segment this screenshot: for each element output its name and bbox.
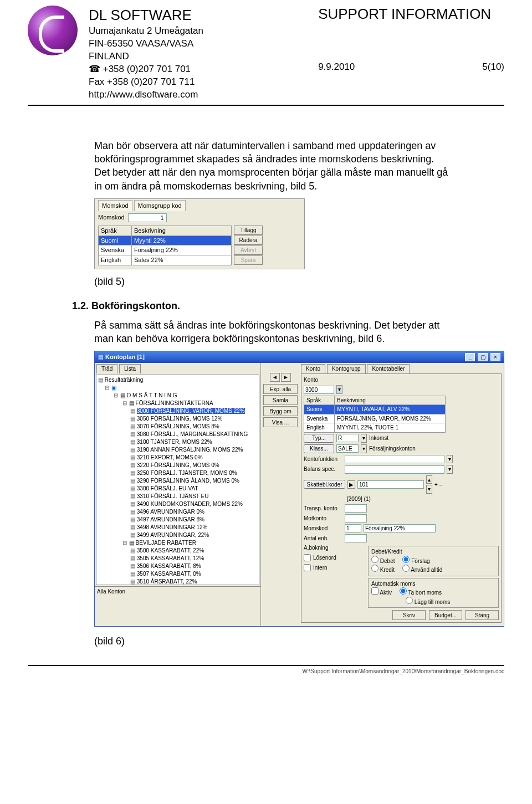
tab-kontogrupp[interactable]: Kontogrupp [327,364,366,373]
klass-input[interactable] [336,444,359,453]
konto-input[interactable] [304,386,334,394]
add-button[interactable]: Tillägg [234,226,263,235]
minus-icon[interactable]: ⊟ [113,392,119,400]
transp-input[interactable] [345,504,367,513]
abok-label: A.bokning [304,544,342,552]
close-icon[interactable]: × [490,353,500,361]
col-desc: Beskrivning [132,226,232,235]
tree-item[interactable]: ▤ 3050 FÖRSÄLJNING, MOMS 12% [130,415,258,423]
group-title: Automatisk moms [371,580,495,588]
prev-icon[interactable]: ◄ [270,373,280,382]
table-row[interactable]: SvenskaFörsäljning 22% [99,245,232,255]
dropdown-icon[interactable]: ▾ [361,434,367,443]
show-button[interactable]: Visa ... [263,417,298,427]
forslag-radio[interactable] [402,556,410,563]
tree-item[interactable]: ▤ 3498 AVRUNDNINGAR 12% [130,524,258,531]
company-name: DL SOFTWARE [89,6,203,25]
expand-all-button[interactable]: Exp. alla [263,384,298,394]
doc-icon: ▤ [130,423,135,431]
kredit-radio[interactable] [371,565,378,572]
tree-item[interactable]: ▤ 3497 AVRUNDNINGAR 8% [130,516,258,524]
plus-minus-icon[interactable]: + – [434,481,442,489]
tree-item[interactable]: ▤ 3100 TJÄNSTER, MOMS 22% [130,438,258,446]
stang-button[interactable]: Stäng [466,610,499,620]
dropdown-icon[interactable]: ▾ [447,455,453,464]
collapse-button[interactable]: Samla [263,395,298,405]
dropdown-icon[interactable]: ▾ [336,385,342,394]
tab-kontotabeller[interactable]: Kontotabeller [367,364,410,373]
tree-item[interactable]: ▤ 3500 KASSARABATT, 22% [130,547,258,555]
antal-input[interactable] [345,534,367,542]
dropdown-icon[interactable]: ▾ [361,444,367,453]
skatt-input[interactable] [357,480,424,489]
tree-item[interactable]: ▤ 3505 KASSARABATT, 12% [130,555,258,562]
addr-line: FIN-65350 VAASA/VASA [89,38,203,50]
tree-item[interactable]: ▤ 3310 FÖRSÄLJ. TJÄNST EU [130,493,258,500]
tree-item[interactable]: ▤ 3506 KASSARABATT, 8% [130,562,258,570]
doc-icon: ▤ [120,392,125,398]
tree-item[interactable]: ▤ 3190 ANNAN FÖRSÄLJNING, MOMS 22% [130,446,258,454]
tree-item[interactable]: ▤ 3250 FÖRSÄLJ. TJÄNSTER, MOMS 0% [130,469,258,477]
next-icon[interactable]: ► [281,373,291,382]
tree-item[interactable]: ▤ 3490 KUNDOMKOSTNADER, MOMS 22% [130,500,258,508]
minus-icon[interactable]: ⊟ [122,400,127,407]
tree-item[interactable]: ▤ 3220 FÖRSÄLJNING, MOMS 0% [130,462,258,469]
momskod-input[interactable] [128,213,167,222]
kontofunktion-input[interactable] [345,455,444,463]
page-header: DL SOFTWARE Uumajankatu 2 Umeågatan FIN-… [28,6,504,106]
klass-button[interactable]: Klass... [304,444,334,453]
laggtill-radio[interactable] [406,597,413,604]
dropdown-icon[interactable]: ▾ [447,465,453,474]
table-row[interactable]: SvenskaFÖRSÄLJNING, VAROR, MOMS 22% [304,414,446,423]
budget-button[interactable]: Budget... [429,610,462,620]
aktiv-checkbox[interactable] [371,587,378,595]
tree-item[interactable]: ▤ 3499 AVRUNDNINGAR, 22% [130,531,258,539]
motkonto-input[interactable] [345,514,367,523]
tree-item[interactable]: ▤ 3210 EXPORT, MOMS 0% [130,454,258,462]
skatt-button[interactable]: Skattebl.koder [304,480,345,489]
rebuild-button[interactable]: Bygg om [263,406,298,416]
alltid-radio[interactable] [402,565,410,572]
balans-input[interactable] [345,465,444,474]
tab-konto[interactable]: Konto [301,364,325,373]
scroll-down-icon[interactable]: ▾ [426,485,432,494]
tab-lista[interactable]: Lista [119,364,141,373]
tree-item[interactable]: ▤ 3300 FÖRSÄLJ. EU-VAT [130,485,258,493]
momskod-desc-input[interactable] [364,524,436,532]
tree-item[interactable]: ▤ 3510 ÅRSRABATT, 22% [130,578,258,585]
maximize-icon[interactable]: ▢ [478,353,488,361]
delete-button[interactable]: Radera [234,235,263,245]
tree-item[interactable]: ▤ 3070 FÖRSÄLJNING, MOMS 8% [130,423,258,431]
tree-item[interactable]: ▤ 3507 KASSARABATT, 0% [130,570,258,578]
tree-item[interactable]: ▤ 3000 FÖRSÄLJNING, VAROR, MOMS 22% [130,407,258,415]
balans-label: Balans spec. [304,465,342,473]
tabort-radio[interactable] [400,587,407,595]
minus-icon[interactable]: ⊟ [122,539,127,547]
losen-checkbox[interactable] [304,554,311,562]
tab-momskod[interactable]: Momskod [98,200,132,211]
intern-checkbox[interactable] [304,564,311,572]
tree-item[interactable]: ▤ 3080 FÖRSÄLJ., MARGINALBESKATTNING [130,431,258,438]
minimize-icon[interactable]: _ [465,353,475,361]
typ-button[interactable]: Typ... [304,434,334,443]
tab-trad[interactable]: Träd [96,364,117,373]
section-heading: 1.2. Bokföringskonton. [72,299,449,313]
momskod-label: Momskod [304,525,342,532]
tab-momsgrupp[interactable]: Momsgrupp kod [134,200,186,211]
table-row[interactable]: EnglishMYYNTI, 22%, TUOTE 1 [304,423,446,433]
table-row[interactable]: SuomiMYYNTI, TAVARAT, ALV 22% [304,405,446,414]
momskod-input[interactable] [345,524,361,532]
tree-item[interactable]: ▤ 3290 FÖRSÄLJNING ÅLAND, MOMS 0% [130,477,258,485]
debet-radio[interactable] [371,556,378,563]
table-row[interactable]: EnglishSales 22% [99,255,232,265]
account-tree[interactable]: ▤ Resultaträkning ⊟ ▣ ⊟ ▤ O M S Ä T T N … [96,375,259,585]
table-row[interactable]: SuomiMyynti 22% [99,235,232,245]
minus-icon[interactable]: ⊟ [104,384,110,392]
scroll-up-icon[interactable]: ▴ [426,475,432,484]
skriv-button[interactable]: Skriv [392,610,426,620]
doc-icon: ▤ [130,493,135,500]
tree-item[interactable]: ▤ 3496 AVRUNDNINGAR 0% [130,508,258,516]
left-pane: Träd Lista ▤ Resultaträkning ⊟ ▣ ⊟ ▤ O M… [95,363,261,626]
typ-input[interactable] [336,434,359,442]
page-number: 5(10) [482,62,504,73]
